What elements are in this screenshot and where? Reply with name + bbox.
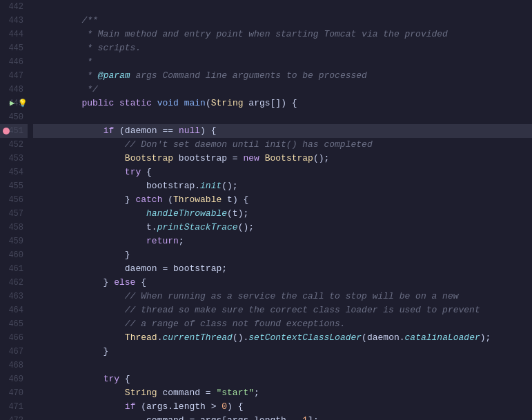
code-line-449: public static void main(String args[]) { bbox=[33, 97, 532, 110]
code-line-445: * scripts. bbox=[33, 41, 532, 55]
code-line-468 bbox=[33, 359, 532, 372]
code-line-448: */ bbox=[33, 83, 532, 97]
gutter-446: 446 bbox=[0, 55, 28, 69]
code-content[interactable]: /** * Main method and entry point when s… bbox=[33, 0, 532, 420]
execution-arrow-icon: ▶ bbox=[10, 97, 14, 110]
gutter-442: 442 bbox=[0, 0, 28, 14]
code-editor: 442 443 444 445 446 447 44 bbox=[0, 0, 532, 420]
code-line-457: handleThrowable(t); bbox=[33, 207, 532, 221]
gutter-466: 466 bbox=[0, 331, 28, 345]
code-line-444: * Main method and entry point when start… bbox=[33, 28, 532, 41]
gutter-464: 464 bbox=[0, 303, 28, 317]
gutter-452: 452 bbox=[0, 138, 28, 152]
gutter-467: 467 bbox=[0, 345, 28, 359]
gutter-453: 453 bbox=[0, 152, 28, 166]
code-line-469: try { bbox=[33, 372, 532, 386]
lightbulb-icon[interactable]: 💡 bbox=[18, 97, 28, 110]
code-line-451: if (daemon == null) { bbox=[33, 124, 532, 138]
code-line-461: daemon = bootstrap; bbox=[33, 262, 532, 276]
code-line-463: // When running as a service the call to… bbox=[33, 290, 532, 303]
code-line-450 bbox=[33, 110, 532, 124]
code-line-459: return; bbox=[33, 234, 532, 248]
code-line-446: * bbox=[33, 55, 532, 69]
code-line-460: } bbox=[33, 248, 532, 262]
code-line-467: } bbox=[33, 345, 532, 359]
gutter-457: 457 bbox=[0, 207, 28, 221]
code-line-453: Bootstrap bootstrap = new Bootstrap(); bbox=[33, 152, 532, 166]
code-area: 442 443 444 445 446 447 44 bbox=[0, 0, 532, 420]
code-line-455: bootstrap.init(); bbox=[33, 179, 532, 193]
gutter-448: 448 bbox=[0, 83, 28, 97]
gutter-443: 443 bbox=[0, 14, 28, 28]
code-line-471: if (args.length > 0) { bbox=[33, 400, 532, 414]
gutter-465: 465 bbox=[0, 317, 28, 331]
gutter-449: ▶ 💡 449 bbox=[0, 97, 28, 110]
code-line-456: } catch (Throwable t) { bbox=[33, 193, 532, 207]
gutter-472: 472 bbox=[0, 414, 28, 420]
gutter-461: 461 bbox=[0, 262, 28, 276]
gutter-454: 454 bbox=[0, 166, 28, 179]
code-line-454: try { bbox=[33, 166, 532, 179]
code-line-466: Thread.currentThread().setContextClassLo… bbox=[33, 331, 532, 345]
gutter-460: 460 bbox=[0, 248, 28, 262]
code-line-443: /** bbox=[33, 14, 532, 28]
gutter-463: 463 bbox=[0, 290, 28, 303]
code-line-452: // Don't set daemon until init() has com… bbox=[33, 138, 532, 152]
breakpoint-icon[interactable] bbox=[3, 128, 10, 134]
code-line-465: // a range of class not found exceptions… bbox=[33, 317, 532, 331]
gutter-445: 445 bbox=[0, 41, 28, 55]
gutter-458: 458 bbox=[0, 221, 28, 234]
code-line-442 bbox=[33, 0, 532, 14]
code-line-470: String command = "start"; bbox=[33, 386, 532, 400]
gutter-462: 462 bbox=[0, 276, 28, 290]
gutter-468: 468 bbox=[0, 359, 28, 372]
code-line-472: command = args[args.length - 1]; bbox=[33, 414, 532, 420]
line-numbers: 442 443 444 445 446 447 44 bbox=[0, 0, 33, 420]
gutter-471: 471 bbox=[0, 400, 28, 414]
gutter-450: 450 bbox=[0, 110, 28, 124]
gutter-456: 456 bbox=[0, 193, 28, 207]
gutter-444: 444 bbox=[0, 28, 28, 41]
gutter-459: 459 bbox=[0, 234, 28, 248]
code-line-458: t.printStackTrace(); bbox=[33, 221, 532, 234]
gutter-469: 469 bbox=[0, 372, 28, 386]
gutter-470: 470 bbox=[0, 386, 28, 400]
code-line-447: * @param args Command line arguments to … bbox=[33, 69, 532, 83]
gutter-451: 451 bbox=[0, 124, 28, 138]
gutter-455: 455 bbox=[0, 179, 28, 193]
code-line-462: } else { bbox=[33, 276, 532, 290]
code-line-464: // thread so make sure the correct class… bbox=[33, 303, 532, 317]
gutter-447: 447 bbox=[0, 69, 28, 83]
